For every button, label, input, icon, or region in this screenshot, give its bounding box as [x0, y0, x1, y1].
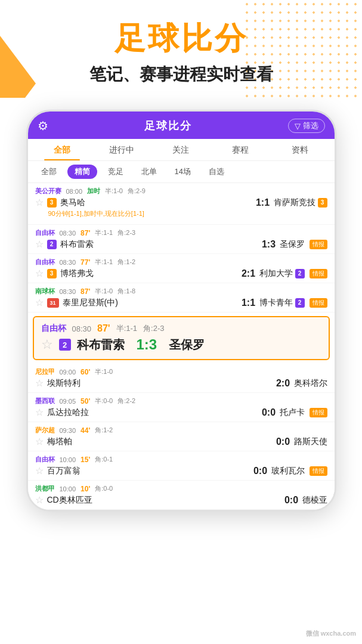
match-league: 萨尔超	[35, 426, 55, 435]
match-teams: 埃斯特利	[47, 378, 273, 389]
highlight-league: 自由杯	[41, 323, 66, 334]
hero-subtitle: 笔记、赛事进程实时查看	[12, 63, 350, 86]
tab-live[interactable]: 进行中	[92, 139, 151, 160]
home-team: 百万富翁	[47, 466, 81, 476]
info-button[interactable]: 情报	[310, 269, 327, 278]
tab-all[interactable]: 全部	[33, 139, 92, 160]
match-time: 10:00	[60, 456, 76, 463]
filter-button[interactable]: ▽ 筛选	[288, 119, 325, 133]
favorite-star[interactable]: ☆	[35, 297, 44, 308]
match-header: 美公开赛 08:00 加时 半:1-0 角:2-9	[35, 187, 327, 196]
subtab-all[interactable]: 全部	[34, 165, 64, 179]
match-header: 自由杯 08:30 87' 半:1-1 角:2-3	[35, 228, 327, 237]
match-header: 洪都甲 10:00 10' 角:0-0	[35, 484, 327, 493]
filter-icon: ▽	[295, 122, 301, 131]
match-league: 墨西联	[35, 397, 55, 405]
away-badge: 2	[295, 298, 305, 308]
match-league: 自由杯	[35, 228, 55, 237]
info-button[interactable]: 情报	[310, 240, 327, 249]
favorite-star[interactable]: ☆	[35, 377, 44, 389]
settings-icon[interactable]: ⚙	[38, 119, 48, 133]
match-row[interactable]: 南球杯 08:30 87' 半:1-0 角:1-8 ☆ 31 泰里尼登斯(中) …	[28, 283, 335, 312]
match-league: 美公开赛	[35, 187, 61, 196]
match-time: 09:30	[60, 427, 76, 434]
info-button[interactable]: 情报	[310, 466, 327, 476]
favorite-star[interactable]: ☆	[35, 436, 44, 447]
match-half: 半:1-1	[95, 228, 113, 237]
favorite-star[interactable]: ☆	[35, 268, 44, 279]
match-row[interactable]: 尼拉甲 09:00 60' 半:1-0 ☆ 埃斯特利 2:0 奥科塔尔	[28, 364, 335, 393]
favorite-star[interactable]: ☆	[35, 465, 44, 476]
match-time: 08:30	[60, 288, 76, 295]
favorite-star[interactable]: ☆	[35, 407, 44, 418]
match-league: 洪都甲	[35, 484, 55, 493]
matches-container: 美公开赛 08:00 加时 半:1-0 角:2-9 ☆ 3 奥马哈 1:1	[28, 183, 335, 510]
match-header: 萨尔超 09:30 44' 角:1-2	[35, 426, 327, 435]
home-team: 科布雷索	[60, 239, 94, 250]
away-badge: 3	[318, 198, 327, 208]
match-time: 09:05	[60, 398, 76, 405]
match-teams: 梅塔帕	[47, 436, 273, 447]
match-header: 南球杯 08:30 87' 半:1-0 角:1-8	[35, 287, 327, 296]
away-team-wrap: 利加大学 2 情报	[259, 268, 327, 279]
match-body: ☆ 瓜达拉哈拉 0:0 托卢卡 情报	[35, 407, 327, 418]
away-team: 托卢卡	[280, 407, 305, 418]
match-corner: 角:1-2	[117, 258, 135, 267]
away-team-wrap: 路斯天使	[294, 436, 327, 447]
match-teams: 3 博塔弗戈	[47, 268, 238, 279]
match-half: 半:0-0	[95, 397, 113, 405]
match-row[interactable]: 墨西联 09:05 50' 半:0-0 角:2-2 ☆ 瓜达拉哈拉 0:0 托	[28, 393, 335, 422]
match-body: ☆ 3 奥马哈 1:1 肯萨斯竞技 3	[35, 197, 327, 208]
tab-schedule[interactable]: 赛程	[211, 139, 270, 160]
subtab-14[interactable]: 14场	[168, 165, 198, 179]
away-team: 肯萨斯竞技	[274, 197, 315, 208]
home-team: 奥马哈	[60, 197, 85, 208]
highlighted-match-card[interactable]: 自由杯 08:30 87' 半:1-1 角:2-3 ☆ 2 科布雷索 1:3 圣…	[33, 316, 330, 360]
favorite-star[interactable]: ☆	[41, 337, 53, 352]
match-corner: 角:2-2	[117, 397, 135, 405]
match-body: ☆ 3 博塔弗戈 2:1 利加大学 2 情报	[35, 268, 327, 279]
favorite-star[interactable]: ☆	[35, 239, 44, 250]
home-badge: 3	[47, 269, 57, 278]
info-button[interactable]: 情报	[310, 298, 327, 308]
home-team: 博塔弗戈	[60, 268, 94, 279]
subtab-beidan[interactable]: 北单	[134, 165, 164, 179]
match-row[interactable]: 洪都甲 10:00 10' 角:0-0 ☆ CD奥林匹亚 0:0 德棱亚	[28, 481, 335, 510]
match-score: 0:0	[258, 407, 280, 418]
filter-label: 筛选	[303, 120, 318, 131]
match-minute: 15'	[81, 456, 90, 464]
favorite-star[interactable]: ☆	[35, 494, 44, 506]
subtab-jingzu[interactable]: 竞足	[101, 165, 131, 179]
away-team: 路斯天使	[294, 436, 327, 447]
match-time: 10:00	[60, 485, 76, 493]
info-button[interactable]: 情报	[310, 408, 327, 417]
match-corner: 角:0-0	[95, 484, 113, 493]
subtab-jingji[interactable]: 精简	[67, 165, 97, 179]
tab-follow[interactable]: 关注	[151, 139, 211, 160]
home-badge: 3	[47, 198, 57, 208]
away-team: 奥科塔尔	[294, 378, 327, 389]
match-minute: 50'	[81, 397, 90, 405]
tab-info[interactable]: 资料	[270, 139, 330, 160]
match-body: ☆ 埃斯特利 2:0 奥科塔尔	[35, 377, 327, 389]
away-team-wrap: 肯萨斯竞技 3	[274, 197, 327, 208]
subtab-zixuan[interactable]: 自选	[202, 165, 231, 179]
highlight-body: ☆ 2 科布雷索 1:3 圣保罗	[41, 336, 321, 353]
match-row[interactable]: 美公开赛 08:00 加时 半:1-0 角:2-9 ☆ 3 奥马哈 1:1	[28, 183, 335, 225]
match-header: 自由杯 08:30 77' 半:1-1 角:1-2	[35, 258, 327, 267]
match-corner: 角:2-3	[117, 228, 135, 237]
match-row[interactable]: 萨尔超 09:30 44' 角:1-2 ☆ 梅塔帕 0:0 路斯天使	[28, 422, 335, 451]
match-row[interactable]: 自由杯 10:00 15' 角:0-1 ☆ 百万富翁 0:0 玻利瓦尔 情	[28, 451, 335, 481]
away-team: 圣保罗	[169, 337, 205, 353]
match-row[interactable]: 自由杯 08:30 87' 半:1-1 角:2-3 ☆ 2 科布雷索 1:3	[28, 225, 335, 254]
watermark: 微信 wxcha.com	[306, 629, 356, 638]
match-score: 1:1	[238, 298, 259, 308]
hero-section: 足球比分 笔记、赛事进程实时查看	[0, 0, 362, 98]
match-body: ☆ CD奥林匹亚 0:0 德棱亚	[35, 494, 327, 506]
match-row[interactable]: 自由杯 08:30 77' 半:1-1 角:1-2 ☆ 3 博塔弗戈 2:1	[28, 254, 335, 283]
match-teams: 31 泰里尼登斯(中)	[47, 298, 238, 308]
match-minute: 87'	[81, 287, 90, 296]
live-notice: 90分钟[1-1],加时中,现在比分[1-1]	[35, 208, 327, 221]
favorite-star[interactable]: ☆	[35, 197, 44, 208]
match-body: ☆ 梅塔帕 0:0 路斯天使	[35, 436, 327, 447]
